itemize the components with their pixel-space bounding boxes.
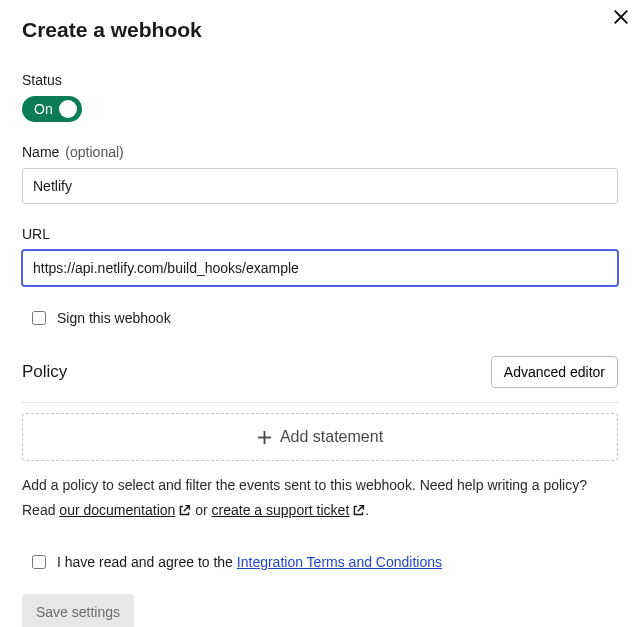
save-settings-button[interactable]: Save settings	[22, 594, 134, 627]
divider	[22, 402, 618, 403]
sign-webhook-checkbox[interactable]	[32, 311, 46, 325]
policy-heading: Policy	[22, 362, 67, 382]
add-statement-label: Add statement	[280, 428, 383, 446]
close-icon	[612, 14, 630, 29]
external-link-icon	[352, 500, 365, 525]
external-link-icon	[178, 500, 191, 525]
terms-link[interactable]: Integration Terms and Conditions	[237, 554, 442, 570]
close-button[interactable]	[608, 4, 634, 33]
page-title: Create a webhook	[22, 18, 618, 42]
status-toggle[interactable]: On	[22, 96, 82, 122]
terms-text: I have read and agree to the Integration…	[57, 554, 442, 570]
support-ticket-link[interactable]: create a support ticket	[212, 502, 366, 518]
name-optional: (optional)	[65, 144, 123, 160]
url-input[interactable]	[22, 250, 618, 286]
helper-suffix: .	[365, 502, 369, 518]
documentation-link[interactable]: our documentation	[59, 502, 191, 518]
add-statement-button[interactable]: Add statement	[22, 413, 618, 461]
advanced-editor-button[interactable]: Advanced editor	[491, 356, 618, 388]
status-toggle-text: On	[34, 101, 53, 117]
support-ticket-link-text: create a support ticket	[212, 502, 350, 518]
name-input[interactable]	[22, 168, 618, 204]
status-label: Status	[22, 72, 618, 88]
helper-or: or	[191, 502, 211, 518]
plus-icon	[257, 430, 272, 445]
terms-prefix: I have read and agree to the	[57, 554, 237, 570]
url-label: URL	[22, 226, 50, 242]
toggle-knob	[59, 100, 77, 118]
terms-checkbox[interactable]	[32, 555, 46, 569]
sign-webhook-label: Sign this webhook	[57, 310, 171, 326]
policy-helper-text: Add a policy to select and filter the ev…	[22, 473, 618, 524]
documentation-link-text: our documentation	[59, 502, 175, 518]
name-label: Name	[22, 144, 59, 160]
